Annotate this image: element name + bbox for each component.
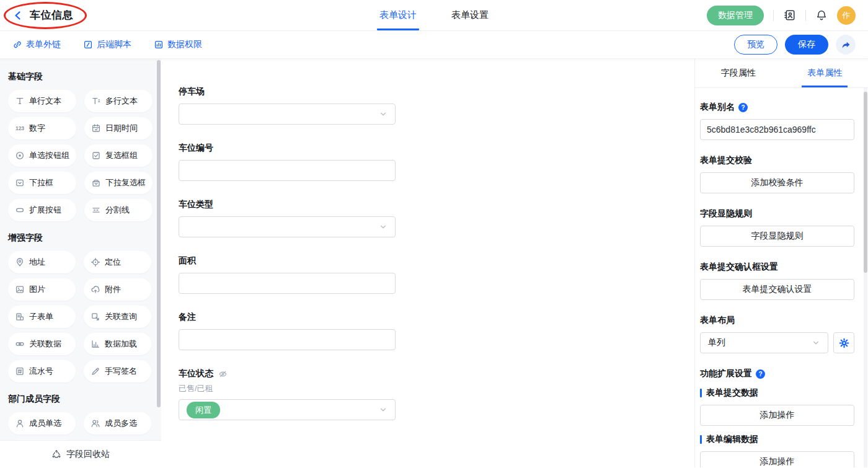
tab-field-properties[interactable]: 字段属性 [695,59,782,87]
toolbar-link-label: 表单外链 [26,39,61,50]
panel-section: 字段显隐规则字段显隐规则 [700,208,854,247]
question-icon[interactable]: ? [756,369,765,379]
panel-action-button[interactable]: 表单提交确认设置 [700,279,854,300]
panel-action-button[interactable]: 添加校验条件 [700,172,854,193]
sidebar-field-pill[interactable]: 成员多选 [84,412,151,435]
sidebar-field-pill-label: 下拉框 [29,177,53,188]
sidebar-field-pill-label: 日期时间 [105,123,138,134]
canvas-field[interactable]: 车位编号 [179,143,396,181]
avatar[interactable]: 作 [837,6,856,25]
save-button[interactable]: 保存 [785,35,828,55]
canvas-field-label: 车位编号 [179,143,396,154]
sidebar-field-pill-label: 数据加载 [105,338,137,350]
form-layout-select[interactable]: 单列 [700,332,828,353]
sidebar-field-pill-label: 图片 [29,284,45,295]
toolbar-link-后端脚本[interactable]: 后端脚本 [83,39,131,50]
sidebar-field-pill[interactable]: 定位 [84,251,151,273]
panel-section-heading: 表单提交确认框设置 [700,262,854,273]
panel-text-input[interactable]: 5c6bd81e3c82b961ca969ffc [700,119,854,140]
divider [805,10,806,21]
sidebar-field-pill[interactable]: 图片 [8,278,76,301]
sidebar-field-pill-label: 复选框组 [105,150,138,161]
canvas-field[interactable]: 面积 [179,255,396,294]
panel-section-heading: 表单别名? [700,102,854,113]
sidebar-field-pill[interactable]: 123数字 [8,117,76,139]
tab-form-design[interactable]: 表单设计 [379,0,417,30]
secondary-toolbar: 表单外链后端脚本数据权限 预览 保存 [0,31,868,59]
sidebar-field-pill-label: 定位 [105,257,121,268]
text-multi-icon [91,96,101,106]
sidebar-field-pill[interactable]: 下拉复选框 [84,172,153,194]
canvas-field-select[interactable] [179,104,396,125]
eye-off-icon[interactable] [218,369,228,379]
canvas-field[interactable]: 备注 [179,312,396,350]
address-icon [15,257,25,267]
canvas-field-input[interactable] [179,273,396,294]
header-tabs: 表单设计 表单设置 [379,0,489,30]
sidebar-field-pill[interactable]: 扩展按钮 [8,199,76,221]
panel-group-label: 表单提交数据 [700,387,854,399]
sidebar-field-pill[interactable]: 成员单选 [8,412,76,435]
sidebar-field-pill[interactable]: 单行文本 [8,90,76,112]
sidebar-scrollbar[interactable] [157,59,161,440]
location-icon [91,257,100,267]
canvas-field[interactable]: 车位状态已售/已租闲置 [179,368,396,420]
canvas-field-label: 面积 [179,255,396,267]
canvas-field-input[interactable] [179,160,396,181]
properties-panel: 字段属性 表单属性 表单别名?5c6bd81e3c82b961ca969ffc表… [694,59,868,467]
question-icon[interactable]: ? [738,103,748,112]
divider-icon [91,205,101,215]
chevron-down-icon [812,338,820,347]
canvas-field[interactable]: 停车场 [179,86,396,125]
canvas-field-helper: 已售/已租 [179,383,396,394]
sidebar-field-pill[interactable]: 单选按钮组 [8,144,76,167]
preview-button[interactable]: 预览 [734,35,777,55]
sidebar-field-pill[interactable]: 附件 [84,278,151,301]
tab-form-settings[interactable]: 表单设置 [451,0,489,30]
sidebar-field-pill[interactable]: 复选框组 [84,144,153,167]
sidebar-field-pill-label: 关联数据 [29,338,61,350]
canvas-field-input[interactable] [179,329,396,350]
sidebar-field-pill[interactable]: 多行文本 [84,90,153,112]
toolbar-link-表单外链[interactable]: 表单外链 [12,39,61,50]
canvas-field-select[interactable] [179,216,396,237]
panel-action-button[interactable]: 添加操作 [700,405,854,426]
panel-scrollbar-thumb[interactable] [864,92,867,273]
sidebar-field-pill[interactable]: 数据加载 [84,333,151,355]
divider [773,10,774,21]
panel-section-heading-text: 功能扩展设置 [700,368,752,379]
contact-book-icon[interactable] [783,9,796,22]
canvas-field-label-text: 备注 [179,312,196,323]
canvas-field-select[interactable]: 闲置 [179,399,396,420]
sidebar-field-pill[interactable]: 日期时间 [84,117,153,139]
panel-section-heading-text: 字段显隐规则 [700,208,752,219]
sidebar-field-pill[interactable]: 地址 [8,251,76,273]
sidebar-field-pill-label: 多行文本 [105,95,138,107]
sidebar-scrollbar-thumb[interactable] [157,60,161,407]
sidebar-field-pill[interactable]: 关联查询 [84,306,151,328]
tab-form-properties[interactable]: 表单属性 [782,59,868,87]
group-accent-bar [700,389,702,397]
toolbar-link-数据权限[interactable]: 数据权限 [154,39,202,50]
sidebar-field-pill-label: 数字 [29,123,45,134]
sidebar-field-pill[interactable]: 分割线 [84,199,153,221]
sidebar-field-pill[interactable]: 流水号 [8,360,76,382]
panel-action-button[interactable]: 添加操作 [700,451,854,467]
share-button[interactable] [836,35,856,55]
data-manage-button[interactable]: 数据管理 [707,6,764,25]
layout-gear-button[interactable] [833,332,854,353]
panel-scrollbar[interactable] [864,88,867,467]
canvas-field[interactable]: 车位类型 [179,199,396,237]
bell-icon[interactable] [815,9,828,22]
sidebar-field-pill[interactable]: 手写签名 [84,360,151,382]
back-button[interactable] [12,10,24,21]
sidebar-field-pill-label: 附件 [105,284,121,295]
panel-action-button[interactable]: 字段显隐规则 [700,226,854,247]
sidebar-field-pill[interactable]: 关联数据 [8,333,76,355]
sidebar-field-pill[interactable]: 子表单 [8,306,76,328]
canvas-field-label-text: 车位类型 [179,199,213,210]
panel-section: 表单提交确认框设置表单提交确认设置 [700,262,854,300]
sidebar-field-pill[interactable]: 下拉框 [8,172,76,194]
toolbar-link-label: 后端脚本 [97,39,131,50]
field-recycle-bin-button[interactable]: 字段回收站 [0,440,161,467]
